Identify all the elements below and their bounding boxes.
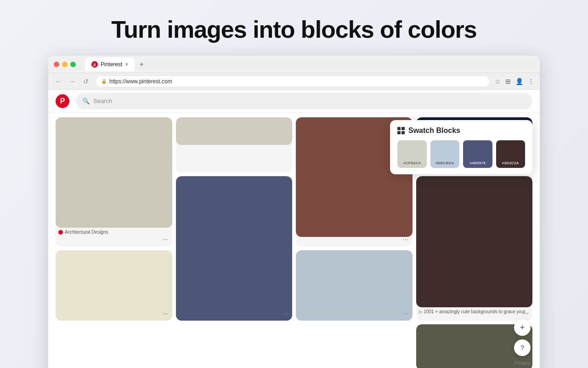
maximize-traffic-light[interactable] — [70, 62, 76, 67]
refresh-button[interactable]: ↺ — [81, 78, 90, 85]
plus-icon: + — [520, 323, 525, 333]
browser-titlebar: p Pinterest × + — [48, 56, 540, 73]
browser-window: p Pinterest × + ← → ↺ 🔒 https://www.pint… — [48, 56, 540, 368]
pinterest-nav: P 🔍 Search — [48, 90, 540, 113]
pin-options-8[interactable]: ··· — [402, 310, 408, 318]
swatch-color-1[interactable]: #CFD2C4 — [397, 140, 427, 168]
swatch-hex-2: #BBCBDA — [435, 161, 454, 165]
bookmark-icon[interactable]: ☆ — [495, 78, 501, 85]
pinterest-favicon: p — [91, 61, 98, 68]
fab-area: + ? Privacy — [514, 319, 531, 366]
swatch-popup: Swatch Blocks #CFD2C4 #BBCBDA #4D5579 #3… — [390, 120, 532, 174]
address-bar[interactable]: 🔒 https://www.pinterest.com — [95, 75, 490, 87]
swatch-blocks-icon — [397, 127, 405, 134]
pin-options-7[interactable]: ··· — [162, 310, 168, 318]
pinterest-logo[interactable]: P — [56, 94, 69, 108]
swatch-color-3[interactable]: #4D5579 — [463, 140, 492, 168]
back-button[interactable]: ← — [54, 78, 63, 85]
pin-card-1: ··· Architectural Designs — [56, 117, 172, 247]
browser-addressbar: ← → ↺ 🔒 https://www.pinterest.com ☆ ⊞ 👤 … — [48, 73, 540, 90]
swatch-colors: #CFD2C4 #BBCBDA #4D5579 #3D2C2A — [397, 140, 525, 168]
pin-title-6: ▷ 1001 + amazingly cute backgrounds to g… — [419, 309, 529, 314]
search-bar[interactable]: 🔍 Search — [76, 93, 532, 109]
pin-card-5: ↗ Wikibuy Nearly every savings trick com… — [176, 176, 293, 321]
logo-letter: P — [60, 97, 65, 105]
forward-button[interactable]: → — [68, 78, 77, 85]
pin-footer-1: Architectural Designs — [56, 228, 172, 236]
tab-bar: p Pinterest × + — [85, 58, 534, 71]
swatch-color-2[interactable]: #BBCBDA — [430, 140, 460, 168]
swatch-color-4[interactable]: #3D2C2A — [496, 140, 526, 168]
swatch-popup-title: Swatch Blocks — [408, 126, 460, 135]
lock-icon: 🔒 — [101, 79, 107, 84]
swatch-hex-1: #CFD2C4 — [403, 161, 421, 165]
pin-options-3[interactable]: ··· — [402, 236, 408, 244]
pinterest-main: ··· Architectural Designs ··· ··· — [48, 113, 540, 368]
fab-plus-button[interactable]: + — [514, 319, 531, 336]
pin-source-dot-1 — [58, 230, 63, 235]
menu-icon[interactable]: ⋮ — [528, 78, 534, 85]
pin-card-8: ··· — [296, 250, 413, 321]
swatch-hex-4: #3D2C2A — [502, 161, 519, 165]
pin-options-6[interactable]: ··· — [523, 310, 529, 318]
pin-options-5[interactable]: ··· — [283, 310, 288, 318]
fab-help-button[interactable]: ? — [514, 339, 531, 356]
minimize-traffic-light[interactable] — [62, 62, 68, 67]
profile-icon[interactable]: 👤 — [515, 78, 523, 85]
search-placeholder: Search — [93, 98, 112, 104]
swatch-hex-3: #4D5579 — [469, 161, 486, 165]
new-tab-button[interactable]: + — [136, 60, 146, 69]
pin-card-2 — [176, 117, 293, 172]
active-tab[interactable]: p Pinterest × — [85, 58, 135, 71]
toolbar-icons: ☆ ⊞ 👤 ⋮ — [495, 78, 534, 85]
pin-card-6: ··· ▷ 1001 + amazingly cute backgrounds … — [416, 176, 533, 321]
privacy-label[interactable]: Privacy — [515, 361, 530, 366]
url-text: https://www.pinterest.com — [109, 78, 172, 85]
extensions-icon[interactable]: ⊞ — [505, 78, 511, 85]
pin-source-label-1: Architectural Designs — [65, 230, 108, 235]
close-traffic-light[interactable] — [54, 62, 59, 67]
tab-close-button[interactable]: × — [125, 61, 128, 68]
pin-card-7: ··· — [56, 250, 172, 321]
pin-footer-6: ▷ 1001 + amazingly cute backgrounds to g… — [416, 307, 533, 316]
help-icon: ? — [520, 344, 524, 351]
pin-options-1[interactable]: ··· — [162, 236, 168, 244]
swatch-popup-header: Swatch Blocks — [397, 126, 525, 135]
hero-title: Turn images into blocks of colors — [111, 17, 476, 43]
traffic-lights — [54, 62, 76, 67]
tab-label: Pinterest — [101, 61, 122, 68]
search-icon: 🔍 — [82, 98, 90, 104]
